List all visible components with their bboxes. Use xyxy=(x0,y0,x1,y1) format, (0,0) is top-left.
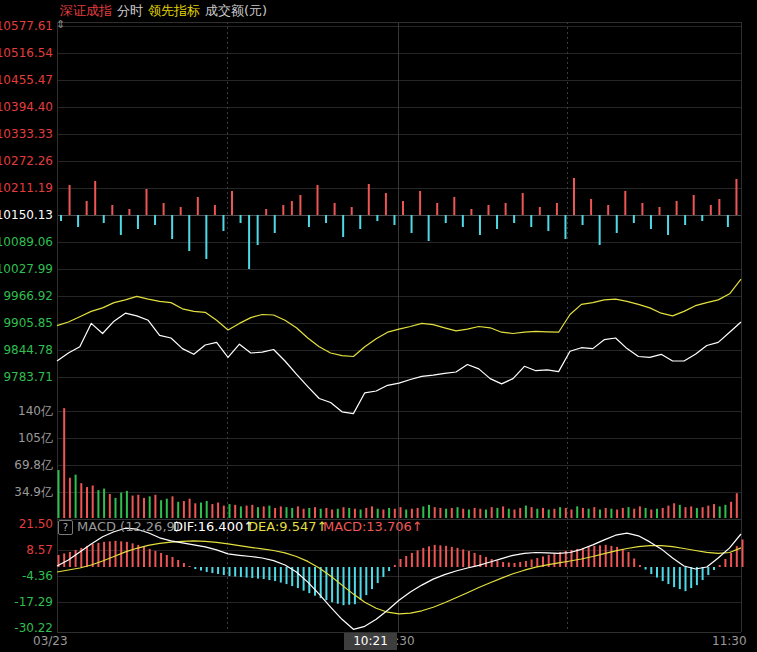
help-icon[interactable]: ? xyxy=(58,520,73,535)
price-scale-adjust-icon[interactable]: ⇕ xyxy=(56,19,65,31)
macd-axis-label: -17.29 xyxy=(14,596,53,609)
macd-dif-value: DIF:16.400↑ xyxy=(173,519,254,535)
macd-axis: 21.508.57-4.36-17.29-30.22 xyxy=(0,0,55,652)
stock-minute-chart-screen: 深证成指 分时 领先指标 成交额(元) ⇕ 10577.6110516.5410… xyxy=(0,0,757,652)
pane-borders xyxy=(57,22,741,632)
leading-indicator-bars xyxy=(60,178,737,269)
index-price xyxy=(57,313,741,413)
tab-minute-chart[interactable]: 分时 xyxy=(117,3,143,19)
gridlines xyxy=(57,22,741,632)
macd-params-label[interactable]: MACD (12,26,9) xyxy=(77,519,180,535)
macd-axis-label: -4.36 xyxy=(22,570,53,583)
leading-indicator-line xyxy=(57,279,741,356)
turnover-label: 成交额(元) xyxy=(205,3,267,19)
time-label-date: 03/23 xyxy=(33,634,68,648)
crosshair-time-label: 10:21 xyxy=(344,633,397,650)
macd-axis-label: -30.22 xyxy=(14,622,53,635)
macd-value: MACD:13.706↑ xyxy=(323,519,423,535)
macd-histogram xyxy=(58,539,744,605)
chart-header: 深证成指 分时 领先指标 成交额(元) xyxy=(0,0,757,22)
chart-plot-area xyxy=(0,0,757,652)
tab-leading-indicator[interactable]: 领先指标 xyxy=(148,3,200,19)
macd-dea-value: DEA:9.547↑ xyxy=(248,519,327,535)
macd-axis-label: 8.57 xyxy=(26,544,53,557)
index-name: 深证成指 xyxy=(60,3,112,19)
macd-axis-label: 21.50 xyxy=(19,518,53,531)
dea-line xyxy=(57,541,741,614)
time-label-1130: 11:30 xyxy=(712,634,747,648)
